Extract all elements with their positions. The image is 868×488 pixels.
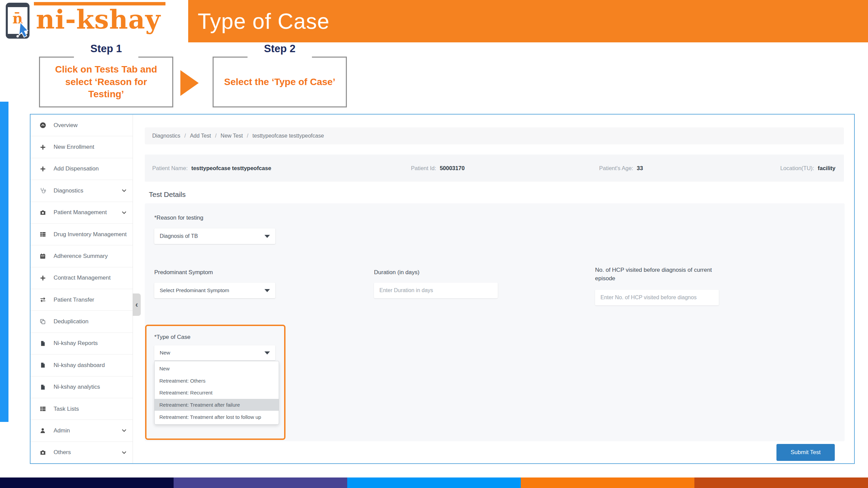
sidebar-item-contract-management[interactable]: Contract Management — [31, 267, 133, 289]
breadcrumb-patient-name: testtypeofcase testtypeofcase — [253, 133, 324, 139]
option-retreatment-others[interactable]: Retreatment: Others — [155, 375, 279, 387]
sidebar-item-add-dispensation[interactable]: Add Dispensation — [31, 158, 133, 180]
breadcrumb-diagnostics[interactable]: Diagnostics — [152, 133, 180, 139]
camera-icon — [39, 449, 47, 456]
plus-icon — [39, 166, 47, 172]
step-2-text: Select the ‘Type of Case’ — [215, 76, 344, 88]
reason-for-testing-value: Diagnosis of TB — [160, 233, 198, 239]
sidebar-item-label: Admin — [54, 427, 70, 434]
type-of-case-select[interactable]: New — [154, 345, 275, 360]
sidebar-item-patient-transfer[interactable]: Patient Transfer — [31, 289, 133, 311]
user-icon — [39, 428, 47, 434]
main-content: Diagnostics / Add Test / New Test / test… — [133, 115, 854, 463]
location-tu-label: Location(TU): — [780, 165, 814, 171]
sidebar-item-label: Add Dispensation — [54, 165, 99, 172]
option-retreatment-recurrent[interactable]: Retreatment: Recurrent — [155, 387, 279, 399]
sidebar: Overview New Enrollment Add Dispensation… — [31, 115, 133, 463]
hcp-visited-label: No. of HCP visited before diagnosis of c… — [595, 266, 717, 283]
chevron-down-icon — [122, 189, 126, 192]
sidebar-item-adherence-summary[interactable]: Adherence Summary — [31, 245, 133, 267]
file-icon — [39, 341, 47, 346]
table-icon — [39, 231, 47, 238]
duration-label: Duration (in days) — [374, 269, 419, 276]
patient-name-value: testtypeofcase testtypeofcase — [191, 165, 271, 171]
option-retreatment-treatment-after-failure[interactable]: Retreatment: Treatment after failure — [155, 399, 279, 411]
sidebar-item-drug-inventory-management[interactable]: Drug Inventory Management — [31, 224, 133, 245]
sidebar-item-label: New Enrollment — [54, 144, 94, 150]
file-icon — [39, 362, 47, 368]
sidebar-item-patient-management[interactable]: Patient Management — [31, 202, 133, 224]
test-details-heading: Test Details — [149, 190, 186, 199]
step-arrow-icon — [180, 70, 199, 96]
copy-icon — [39, 319, 47, 325]
submit-test-button[interactable]: Submit Test — [776, 444, 835, 461]
sidebar-item-deduplication[interactable]: Deduplication — [31, 311, 133, 332]
predominant-symptom-label: Predominant Symptom — [154, 269, 213, 276]
duration-input[interactable] — [374, 283, 498, 298]
patient-name-label: Patient Name: — [152, 165, 188, 171]
sidebar-item-label: Diagnostics — [54, 187, 83, 194]
file-icon — [39, 384, 47, 390]
plus-icon — [39, 144, 47, 150]
sidebar-item-label: Adherence Summary — [54, 253, 108, 260]
breadcrumb-separator: / — [215, 133, 216, 139]
patient-age-label: Patient's Age: — [599, 165, 633, 171]
step-1-border-gap — [74, 56, 138, 59]
left-accent-bar — [0, 102, 8, 422]
list-icon — [39, 406, 47, 412]
option-new[interactable]: New — [155, 363, 279, 375]
predominant-symptom-value: Select Predominant Symptom — [160, 287, 229, 293]
step-1-text: Click on Tests Tab and select ‘Reason fo… — [40, 63, 172, 100]
patient-age-field: Patient's Age: 33 — [599, 165, 643, 171]
tablet-logo-icon: n̄ — [5, 2, 32, 40]
sidebar-item-new-enrollment[interactable]: New Enrollment — [31, 136, 133, 158]
transfer-arrows-icon — [39, 297, 47, 303]
sidebar-item-admin[interactable]: Admin — [31, 420, 133, 442]
footer-bar-rust — [694, 477, 868, 488]
sidebar-item-overview[interactable]: Overview — [31, 115, 133, 136]
sidebar-item-label: Deduplication — [54, 318, 88, 325]
sidebar-item-label: Ni-kshay Reports — [54, 340, 98, 347]
predominant-symptom-select[interactable]: Select Predominant Symptom — [154, 283, 275, 298]
sidebar-item-nikshay-analytics[interactable]: Ni-kshay analytics — [31, 377, 133, 398]
page-header: Type of Case — [188, 0, 868, 42]
step-1-title: Step 1 — [40, 43, 172, 55]
logo-wordmark: ni-kshay — [34, 2, 165, 33]
footer-color-bars — [0, 477, 868, 488]
breadcrumb-separator: / — [184, 133, 186, 139]
caret-down-icon — [264, 351, 270, 354]
sidebar-item-label: Ni-kshay dashboard — [54, 362, 105, 369]
hcp-visited-input[interactable] — [595, 290, 719, 305]
sidebar-item-label: Contract Management — [54, 274, 111, 281]
footer-bar-blue — [347, 477, 521, 488]
patient-id-field: Patient Id: 50003170 — [411, 165, 465, 171]
option-retreatment-lost-to-follow-up[interactable]: Retreatment: Treatment after lost to fol… — [155, 411, 279, 423]
sidebar-item-label: Patient Transfer — [54, 297, 94, 303]
patient-name-field: Patient Name: testtypeofcase testtypeofc… — [152, 165, 271, 171]
reason-for-testing-label: *Reason for testing — [154, 215, 203, 221]
sidebar-item-label: Others — [54, 449, 71, 456]
breadcrumb-new-test[interactable]: New Test — [221, 133, 243, 139]
breadcrumb-add-test[interactable]: Add Test — [190, 133, 211, 139]
sidebar-item-others[interactable]: Others — [31, 442, 133, 463]
caret-down-icon — [264, 235, 270, 238]
sidebar-item-task-lists[interactable]: Task Lists — [31, 398, 133, 420]
step-1-box: Step 1 Click on Tests Tab and select ‘Re… — [39, 57, 173, 107]
stethoscope-icon — [39, 187, 47, 194]
location-tu-value: facility — [818, 165, 835, 171]
sidebar-item-label: Patient Management — [54, 209, 107, 216]
sidebar-item-nikshay-dashboard[interactable]: Ni-kshay dashboard — [31, 354, 133, 376]
patient-id-value: 50003170 — [440, 165, 465, 171]
sidebar-item-label: Ni-kshay analytics — [54, 384, 100, 390]
chevron-down-icon — [122, 211, 126, 214]
patient-age-value: 33 — [637, 165, 643, 171]
sidebar-item-diagnostics[interactable]: Diagnostics — [31, 180, 133, 202]
patient-id-label: Patient Id: — [411, 165, 436, 171]
footer-bar-orange — [521, 477, 694, 488]
reason-for-testing-select[interactable]: Diagnosis of TB — [154, 228, 275, 244]
sidebar-item-nikshay-reports[interactable]: Ni-kshay Reports — [31, 333, 133, 354]
caret-down-icon — [264, 289, 270, 292]
overview-icon — [39, 122, 47, 128]
step-2-box: Step 2 Select the ‘Type of Case’ — [213, 57, 347, 107]
chevron-down-icon — [122, 451, 126, 454]
